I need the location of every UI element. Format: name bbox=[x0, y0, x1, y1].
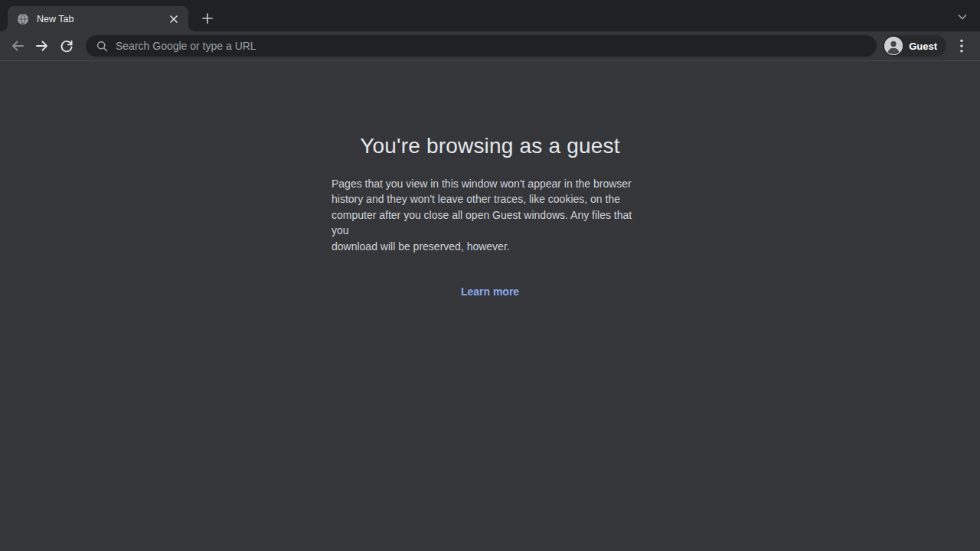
forward-arrow-icon bbox=[34, 38, 50, 54]
profile-button[interactable]: Guest bbox=[883, 35, 946, 57]
back-arrow-icon bbox=[10, 38, 25, 54]
tab-new-tab[interactable]: New Tab bbox=[8, 6, 188, 31]
profile-label: Guest bbox=[909, 41, 937, 52]
three-dot-menu-icon bbox=[960, 39, 963, 53]
page-title: You're browsing as a guest bbox=[360, 134, 620, 158]
learn-more-link[interactable]: Learn more bbox=[461, 285, 519, 298]
omnibox[interactable] bbox=[86, 35, 877, 57]
guest-ntp: You're browsing as a guest Pages that yo… bbox=[0, 61, 980, 551]
tab-title: New Tab bbox=[37, 14, 167, 24]
guest-avatar-icon bbox=[884, 37, 903, 55]
tab-close-icon[interactable] bbox=[167, 12, 181, 26]
forward-button[interactable] bbox=[31, 34, 54, 57]
chevron-down-icon[interactable] bbox=[952, 7, 972, 27]
search-icon bbox=[96, 41, 108, 52]
back-button[interactable] bbox=[6, 34, 29, 57]
guest-description: Pages that you view in this window won't… bbox=[332, 176, 648, 254]
new-tab-button[interactable] bbox=[198, 8, 217, 28]
browser-window: New Tab bbox=[0, 0, 980, 551]
reload-icon bbox=[59, 38, 74, 54]
tab-strip: New Tab bbox=[0, 0, 980, 31]
browser-menu-button[interactable] bbox=[951, 35, 972, 57]
plus-icon bbox=[202, 13, 213, 24]
toolbar: Guest bbox=[0, 31, 980, 61]
reload-button[interactable] bbox=[55, 34, 78, 57]
omnibox-input[interactable] bbox=[116, 40, 866, 52]
globe-favicon-icon bbox=[17, 13, 29, 25]
